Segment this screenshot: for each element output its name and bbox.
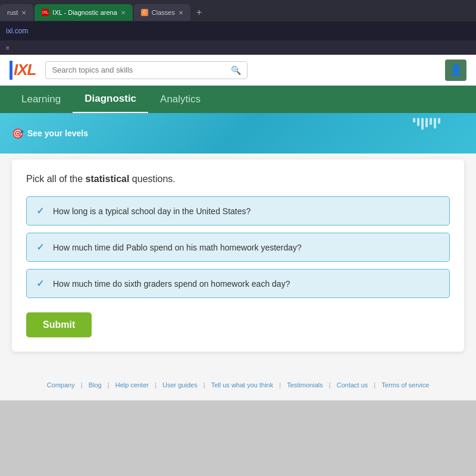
ixl-logo-text: IXL [14, 61, 36, 79]
prompt-suffix: questions. [129, 174, 175, 184]
banner-decoration [413, 118, 440, 130]
nav-diagnostic[interactable]: Diagnostic [73, 86, 148, 114]
footer-contact[interactable]: Contact us [337, 381, 368, 389]
tab-ixl-label: IXL - Diagnostic arena [52, 9, 117, 16]
levels-icon: 🎯 [12, 128, 24, 139]
tab-classes-favicon: C [141, 9, 148, 16]
bar-1 [413, 118, 415, 123]
user-avatar-icon: 👤 [449, 64, 462, 77]
prompt-bold: statistical [86, 174, 130, 184]
ixl-header: IXL 🔍 👤 [0, 55, 476, 86]
bar-2 [417, 118, 419, 126]
footer-user-guides[interactable]: User guides [162, 381, 198, 389]
footer-blog[interactable]: Blog [89, 381, 102, 389]
footer-feedback[interactable]: Tell us what you think [211, 381, 274, 389]
footer-terms[interactable]: Terms of service [381, 381, 429, 389]
tab-ixl-favicon: IXL [42, 9, 49, 16]
address-text: ixl.com [6, 27, 28, 35]
tab-ixl-close[interactable]: ✕ [121, 10, 126, 16]
submit-button[interactable]: Submit [26, 312, 92, 337]
tab-classes-label: Classes [152, 9, 175, 16]
bar-3 [421, 118, 424, 130]
tab-classes-close[interactable]: ✕ [178, 10, 183, 16]
bookmark-item: ≡ [6, 45, 10, 51]
ixl-nav: Learning Diagnostic Analytics [0, 86, 476, 113]
search-icon: 🔍 [231, 65, 241, 75]
address-bar: ixl.com [0, 21, 476, 40]
tab-rust-label: rust [7, 9, 18, 16]
check-icon-2: ✓ [36, 242, 46, 253]
tab-rust-close[interactable]: ✕ [21, 10, 26, 16]
ixl-logo: IXL [10, 61, 36, 80]
new-tab-button[interactable]: + [192, 7, 206, 18]
user-icon[interactable]: 👤 [445, 60, 466, 81]
question-prompt: Pick all of the statistical questions. [26, 174, 450, 184]
bar-4 [425, 118, 428, 127]
search-box[interactable]: 🔍 [45, 61, 248, 79]
answer-option-3[interactable]: ✓ How much time do sixth graders spend o… [26, 269, 450, 298]
bar-5 [430, 118, 432, 125]
ixl-logo-bar [10, 61, 12, 80]
footer-testimonials[interactable]: Testimonials [287, 381, 323, 389]
bar-7 [438, 118, 440, 124]
banner-area: 🎯 See your levels [0, 113, 476, 154]
browser-chrome: rust ✕ IXL IXL - Diagnostic arena ✕ C Cl… [0, 0, 476, 55]
see-levels-label: See your levels [27, 129, 88, 138]
ixl-footer: Company | Blog | Help center | User guid… [0, 369, 476, 400]
nav-learning[interactable]: Learning [10, 86, 73, 112]
bar-6 [434, 118, 436, 129]
answer-option-2[interactable]: ✓ How much time did Pablo spend on his m… [26, 233, 450, 262]
footer-help[interactable]: Help center [115, 381, 149, 389]
see-levels-button[interactable]: 🎯 See your levels [12, 128, 88, 139]
tab-ixl[interactable]: IXL IXL - Diagnostic arena ✕ [35, 4, 132, 21]
nav-analytics[interactable]: Analytics [148, 86, 212, 112]
search-input[interactable] [52, 65, 231, 74]
answer-text-2: How much time did Pablo spend on his mat… [53, 243, 302, 252]
tab-classes[interactable]: C Classes ✕ [134, 4, 190, 21]
question-container: Pick all of the statistical questions. ✓… [12, 159, 464, 352]
answer-option-1[interactable]: ✓ How long is a typical school day in th… [26, 196, 450, 226]
check-icon-1: ✓ [36, 205, 46, 217]
ixl-site: IXL 🔍 👤 Learning Diagnostic Analytics 🎯 … [0, 55, 476, 400]
tab-rust[interactable]: rust ✕ [0, 4, 33, 21]
prompt-prefix: Pick all of the [26, 174, 86, 184]
bookmarks-bar: ≡ [0, 40, 476, 55]
footer-company[interactable]: Company [47, 381, 75, 389]
tab-bar: rust ✕ IXL IXL - Diagnostic arena ✕ C Cl… [0, 0, 476, 21]
answer-text-1: How long is a typical school day in the … [53, 206, 250, 216]
check-icon-3: ✓ [36, 278, 46, 289]
answer-text-3: How much time do sixth graders spend on … [53, 279, 290, 289]
